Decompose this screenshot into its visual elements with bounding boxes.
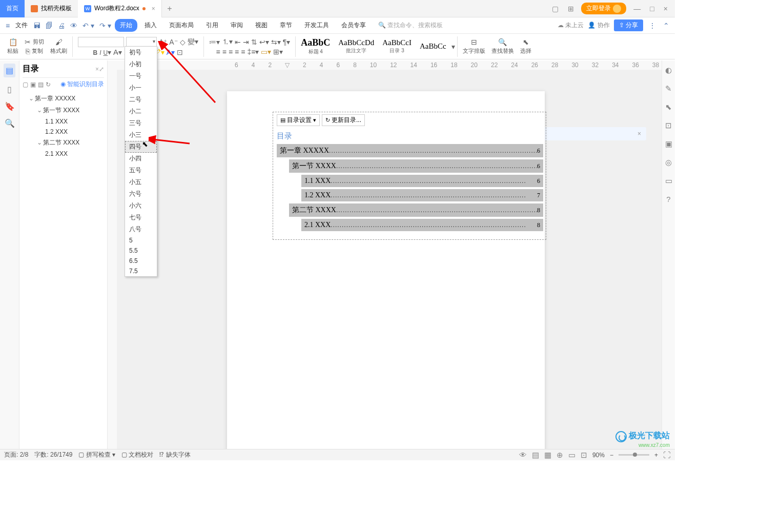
tab-member[interactable]: 会员专享 — [336, 19, 371, 32]
missing-font[interactable]: ⁉ 缺失字体 — [159, 451, 190, 459]
save-icon[interactable]: 🖬 — [32, 22, 42, 30]
size-option[interactable]: 一号 — [125, 70, 157, 82]
size-option[interactable]: 五号 — [125, 165, 157, 176]
size-option[interactable]: 5 — [125, 235, 157, 245]
view-outline-icon[interactable]: ▦ — [544, 451, 551, 460]
size-option[interactable]: 八号 — [125, 223, 157, 235]
size-option[interactable]: 三号 — [125, 117, 157, 129]
paste-group[interactable]: 📋 粘贴 — [4, 38, 22, 55]
tree-item[interactable]: 2.1 XXX — [23, 149, 104, 159]
char-border-icon[interactable]: ⊡ — [177, 48, 183, 56]
settings-icon[interactable]: ⊡ — [665, 121, 672, 130]
tree-item[interactable]: ⌄第一章 XXXXX — [23, 93, 104, 105]
maximize-button[interactable]: □ — [648, 5, 656, 13]
bookmark-icon[interactable]: 🔖 — [5, 101, 15, 111]
clear-format-icon[interactable]: ◇ — [180, 38, 186, 46]
toc-entry[interactable]: 1.2 XXX.................................… — [301, 189, 543, 201]
more-icon[interactable]: ⋮ — [647, 22, 657, 30]
cut-icon[interactable]: ✂ — [25, 38, 31, 46]
level1-icon[interactable]: ▢ — [23, 81, 28, 88]
login-button[interactable]: 立即登录 — [581, 3, 626, 14]
close-icon[interactable]: × — [95, 66, 99, 73]
pointer-icon[interactable]: ⬉ — [665, 103, 672, 112]
size-option[interactable]: 小六 — [125, 200, 157, 212]
find-replace-button[interactable]: 🔍查找替换 — [488, 38, 517, 55]
tab-insert[interactable]: 插入 — [139, 19, 162, 32]
align-right-icon[interactable]: ≡ — [229, 48, 233, 56]
zoom-level[interactable]: 90% — [592, 452, 605, 459]
target-icon[interactable]: ◎ — [665, 158, 672, 167]
level3-icon[interactable]: ▤ — [38, 81, 44, 88]
size-option[interactable]: 7.5 — [125, 266, 157, 276]
size-option[interactable]: 小一 — [125, 82, 157, 94]
tab-view[interactable]: 视图 — [250, 19, 273, 32]
select-button[interactable]: ⬉选择 — [517, 38, 534, 55]
underline-icon[interactable]: U▾ — [104, 48, 112, 56]
size-option[interactable]: 小三 — [125, 129, 157, 141]
toc-entry[interactable]: 第二节 XXXX................................… — [289, 203, 543, 217]
phonetic-icon[interactable]: 變▾ — [188, 37, 198, 47]
pin-icon[interactable]: ⤢ — [99, 66, 104, 73]
tab-dev[interactable]: 开发工具 — [299, 19, 334, 32]
size-option[interactable]: 二号 — [125, 94, 157, 106]
level2-icon[interactable]: ▣ — [30, 81, 36, 88]
book-icon[interactable]: ▭ — [665, 176, 672, 186]
outdent-icon[interactable]: ⇤ — [235, 38, 241, 46]
saveas-icon[interactable]: 🗐 — [44, 22, 54, 30]
preview-icon[interactable]: 👁 — [69, 22, 79, 30]
text-layout-button[interactable]: ⊟文字排版 — [460, 38, 488, 55]
border-icon[interactable]: ⊞▾ — [273, 48, 283, 56]
cloud-status[interactable]: ☁ 未上云 — [558, 21, 584, 30]
close-icon[interactable]: × — [637, 130, 641, 137]
help-icon[interactable]: ? — [666, 195, 670, 203]
font-color-icon[interactable]: A▾ — [167, 48, 175, 56]
tab-templates[interactable]: 找稻壳模板 — [25, 0, 78, 17]
size-option[interactable]: 六号 — [125, 188, 157, 200]
style-more-icon[interactable]: ▾ — [451, 43, 455, 51]
command-search[interactable]: 🔍 查找命令、搜索模板 — [373, 21, 448, 30]
file-menu[interactable]: 文件 — [13, 21, 30, 30]
bold-icon[interactable]: B — [93, 48, 97, 56]
spell-check[interactable]: ▢ 拼写检查 ▾ — [78, 451, 115, 459]
pen-icon[interactable]: ✎ — [665, 84, 672, 93]
zoom-out-button[interactable]: − — [610, 452, 613, 459]
style-gallery[interactable]: AaBbC标题 4 AaBbCcDd批注文字 AaBbCcI目录 3 AaBbC… — [298, 36, 455, 56]
layout-icon[interactable]: ▢ — [550, 5, 561, 13]
align-left-icon[interactable]: ≡ — [216, 48, 220, 56]
line-spacing-icon[interactable]: ‡≡▾ — [247, 48, 259, 56]
wrap-icon[interactable]: ↩▾ — [259, 38, 269, 46]
image-icon[interactable]: ▣ — [665, 139, 672, 149]
tab-layout[interactable]: 页面布局 — [164, 19, 199, 32]
tab-home[interactable]: 首页 — [0, 0, 25, 17]
menu-icon[interactable]: ≡ — [4, 22, 11, 30]
toc-settings-button[interactable]: ▤ 目录设置 ▾ — [277, 114, 320, 126]
undo-icon[interactable]: ↶ ▾ — [81, 22, 96, 30]
shading-icon[interactable]: ▭▾ — [261, 48, 271, 56]
italic-icon[interactable]: I — [99, 48, 101, 56]
view-web-icon[interactable]: ⊕ — [557, 451, 563, 460]
font-family-input[interactable] — [78, 37, 124, 47]
tree-item[interactable]: ⌄第二节 XXXX — [23, 137, 104, 149]
size-option[interactable]: 6.5 — [125, 256, 157, 266]
redo-icon[interactable]: ↷ ▾ — [98, 22, 113, 30]
align-center-icon[interactable]: ≡ — [222, 48, 227, 56]
zoom-slider[interactable] — [619, 454, 649, 456]
share-button[interactable]: ⇪ 分享 — [614, 19, 643, 31]
eye-icon[interactable]: 👁 — [519, 451, 527, 459]
font-size-input[interactable]: ▾ — [126, 37, 157, 47]
zoom-in-button[interactable]: + — [654, 452, 658, 459]
tab-start[interactable]: 开始 — [115, 19, 137, 32]
word-count[interactable]: 字数: 26/1749 — [34, 451, 72, 459]
pages-icon[interactable]: ▯ — [7, 85, 12, 94]
view-page-icon[interactable]: ▤ — [532, 451, 539, 460]
tab-document[interactable]: WWord教程2.docx× — [78, 0, 162, 17]
size-option[interactable]: 小二 — [125, 106, 157, 117]
minimize-button[interactable]: — — [631, 5, 643, 13]
tree-item[interactable]: 1.2 XXX — [23, 127, 104, 137]
size-option[interactable]: 小五 — [125, 176, 157, 188]
strike-icon[interactable]: A̶▾ — [113, 48, 122, 56]
toc-entry[interactable]: 第一节 XXXX................................… — [289, 159, 543, 173]
format-painter[interactable]: 🖌 格式刷 — [47, 38, 70, 55]
indent-icon[interactable]: ⇥ — [243, 38, 249, 46]
page-indicator[interactable]: 页面: 2/8 — [4, 451, 28, 459]
